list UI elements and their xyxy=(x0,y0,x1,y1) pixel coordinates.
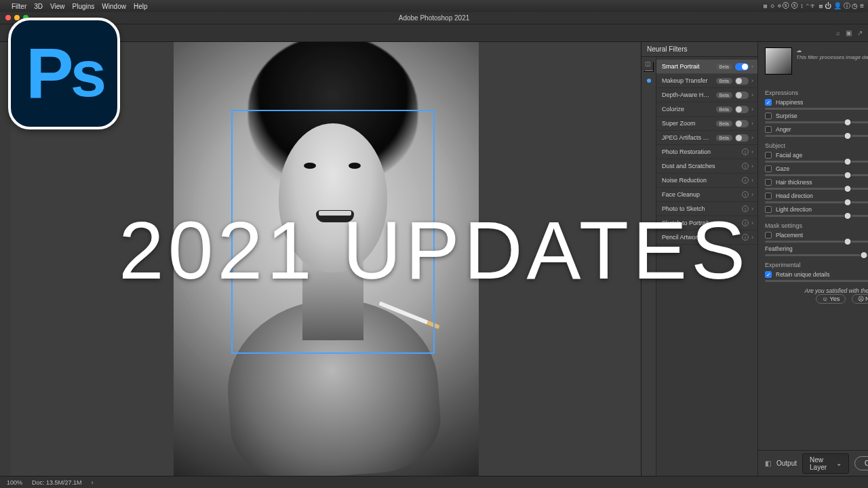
options-bar: ⌕ ▣ ↗ xyxy=(0,24,868,42)
zoom-level[interactable]: 100% xyxy=(7,479,22,486)
checkbox[interactable] xyxy=(765,165,772,172)
menu-3d[interactable]: 3D xyxy=(34,3,43,10)
slider-track[interactable] xyxy=(765,135,868,137)
filter-row-photo-to-sketch[interactable]: Photo to Sketchi› xyxy=(656,202,757,216)
feedback-prompt: Are you satisfied with the results? ☺ Ye… xyxy=(758,283,868,306)
checkbox[interactable] xyxy=(765,152,772,159)
checkbox[interactable]: ✓ xyxy=(765,271,772,278)
filter-toggle[interactable] xyxy=(735,63,749,70)
slider-track[interactable] xyxy=(765,174,868,176)
filter-label: Photo Restoration xyxy=(662,148,739,155)
filter-category-icon[interactable] xyxy=(647,79,651,83)
filter-label: Noise Reduction xyxy=(662,177,739,184)
filter-row-depth-aware-h[interactable]: Depth-Aware H…Beta› xyxy=(656,88,757,102)
slider-knob[interactable] xyxy=(844,238,851,245)
slider-feathering: Feathering20 xyxy=(758,244,868,258)
chevron-right-icon: › xyxy=(751,120,753,127)
filter-label: Face Cleanup xyxy=(662,191,739,198)
slider-track[interactable] xyxy=(765,161,868,163)
checkbox[interactable] xyxy=(765,179,772,186)
checkbox[interactable] xyxy=(765,232,772,239)
checkbox[interactable] xyxy=(765,113,772,119)
filter-settings-panel: ☁ This filter processes image data in th… xyxy=(758,42,868,476)
filter-row-makeup-transfer[interactable]: Makeup TransferBeta› xyxy=(656,74,757,88)
slider-track[interactable] xyxy=(765,201,868,203)
info-icon[interactable]: i xyxy=(742,191,749,198)
filter-label: Super Zoom xyxy=(662,120,713,127)
slider-track[interactable] xyxy=(765,188,868,190)
chevron-right-icon: › xyxy=(751,148,753,155)
neural-filters-list: Smart PortraitBeta›Makeup TransferBeta›D… xyxy=(656,57,757,476)
slider-track[interactable] xyxy=(765,108,868,110)
menu-view[interactable]: View xyxy=(50,3,65,10)
menu-help[interactable]: Help xyxy=(134,3,148,10)
slider-label: Head direction xyxy=(776,192,868,199)
filter-row-sketch-to-portrait[interactable]: Sketch to Portraiti› xyxy=(656,216,757,230)
slider-knob[interactable] xyxy=(844,119,851,126)
share-icon[interactable]: ↗ xyxy=(857,29,863,37)
menu-window[interactable]: Window xyxy=(102,3,126,10)
slider-track[interactable] xyxy=(765,280,868,282)
info-icon[interactable]: i xyxy=(742,177,749,184)
panel-tab-neural-filters[interactable]: Neural Filters xyxy=(642,42,757,57)
slider-knob[interactable] xyxy=(861,251,868,259)
chevron-right-icon[interactable]: › xyxy=(92,479,94,486)
slider-knob[interactable] xyxy=(844,171,851,179)
info-icon[interactable]: i xyxy=(742,220,749,226)
section-header: Mask settings xyxy=(758,218,868,230)
filter-toggle[interactable] xyxy=(735,120,749,127)
filter-row-colorize[interactable]: ColorizeBeta› xyxy=(656,102,757,117)
filter-row-face-cleanup[interactable]: Face Cleanupi› xyxy=(656,188,757,202)
document-canvas[interactable] xyxy=(174,42,479,476)
filter-row-super-zoom[interactable]: Super ZoomBeta› xyxy=(656,117,757,131)
preview-thumbnail[interactable] xyxy=(765,47,792,75)
slider-track[interactable] xyxy=(765,121,868,123)
slider-track[interactable] xyxy=(765,254,868,256)
close-icon[interactable] xyxy=(5,15,11,20)
filter-row-dust-and-scratches[interactable]: Dust and Scratchesi› xyxy=(656,159,757,174)
output-select[interactable]: New Layer⌄ xyxy=(802,453,849,474)
filter-toggle[interactable] xyxy=(735,77,749,85)
filter-toggle[interactable] xyxy=(735,106,749,113)
menu-filter[interactable]: Filter xyxy=(12,3,26,10)
search-icon[interactable]: ⌕ xyxy=(836,29,840,37)
info-icon[interactable]: i xyxy=(742,148,749,155)
filter-label: Depth-Aware H… xyxy=(662,92,713,98)
chevron-right-icon: › xyxy=(751,220,753,226)
feedback-yes-button[interactable]: ☺ Yes xyxy=(816,294,846,304)
filter-row-pencil-artwork[interactable]: Pencil Artworki› xyxy=(656,230,757,245)
info-icon[interactable]: i xyxy=(742,205,749,212)
cancel-button[interactable]: Cancel xyxy=(854,456,868,470)
slider-knob[interactable] xyxy=(844,199,851,206)
filter-row-photo-restoration[interactable]: Photo Restorationi› xyxy=(656,145,757,159)
filter-row-jpeg-artifacts-r[interactable]: JPEG Artifacts R…Beta› xyxy=(656,131,757,145)
workspace-icon[interactable]: ▣ xyxy=(846,29,852,37)
collapsed-panel-icon[interactable]: ◫ xyxy=(642,57,653,70)
minimize-icon[interactable] xyxy=(14,15,20,20)
cloud-message: This filter processes image data in the … xyxy=(796,54,868,60)
checkbox[interactable]: ✓ xyxy=(765,99,772,106)
slider-knob[interactable] xyxy=(844,212,851,220)
feedback-no-button[interactable]: ☹ No xyxy=(852,294,868,304)
mac-menubar: Filter 3D View Plugins Window Help ▣ ⟐ ◎… xyxy=(0,0,868,12)
reset-icon[interactable]: ↺ xyxy=(758,76,868,85)
window-title: Adobe Photoshop 2021 xyxy=(399,14,470,22)
info-icon[interactable]: i xyxy=(742,163,749,169)
filter-row-noise-reduction[interactable]: Noise Reductioni› xyxy=(656,174,757,188)
slider-knob[interactable] xyxy=(844,185,851,192)
filter-row-smart-portrait[interactable]: Smart PortraitBeta› xyxy=(656,60,757,74)
checkbox[interactable] xyxy=(765,126,772,133)
slider-knob[interactable] xyxy=(844,158,851,165)
beta-badge: Beta xyxy=(716,64,732,70)
checkbox[interactable] xyxy=(765,192,772,199)
menu-plugins[interactable]: Plugins xyxy=(73,3,95,10)
filter-label: Colorize xyxy=(662,106,713,113)
slider-track[interactable] xyxy=(765,241,868,243)
icon-before-after[interactable]: ◧ xyxy=(765,460,771,467)
checkbox[interactable] xyxy=(765,206,772,213)
info-icon[interactable]: i xyxy=(742,234,749,241)
slider-track[interactable] xyxy=(765,215,868,217)
slider-knob[interactable] xyxy=(844,132,851,140)
filter-toggle[interactable] xyxy=(735,92,749,99)
filter-toggle[interactable] xyxy=(735,134,749,142)
